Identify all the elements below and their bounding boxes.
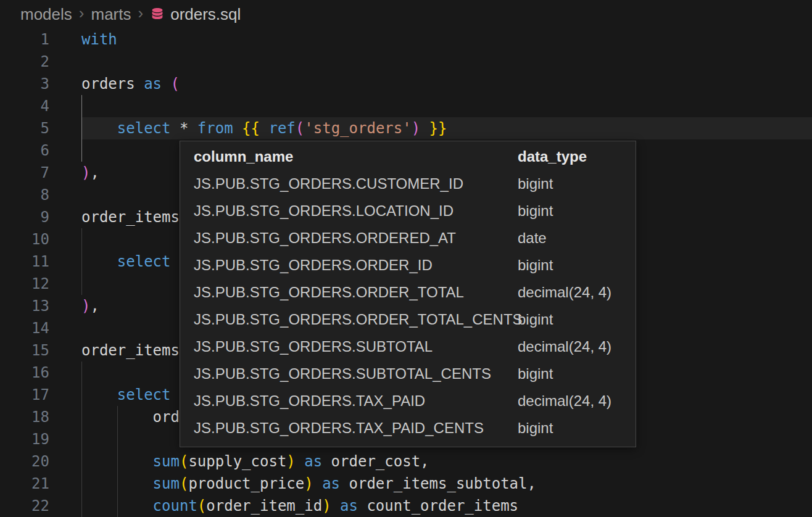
code-token: ): [286, 453, 295, 470]
column-name-cell: JS.PUB.STG_ORDERS.ORDER_TOTAL: [194, 279, 518, 306]
column-metadata-table: column_name data_type JS.PUB.STG_ORDERS.…: [194, 143, 622, 442]
code-token: select: [117, 253, 171, 270]
indent-guide-line: [81, 428, 82, 450]
line-number: 10: [0, 228, 49, 250]
line-number: 9: [0, 206, 49, 228]
line-number: 1: [0, 28, 49, 51]
indent-guide-line: [81, 228, 82, 250]
code-token: *: [180, 120, 188, 137]
code-line: 4: [0, 95, 812, 117]
code-token: (: [180, 453, 188, 470]
code-content[interactable]: [81, 95, 812, 117]
code-token: ,: [90, 297, 99, 315]
code-token: {{: [242, 120, 260, 137]
table-row: JS.PUB.STG_ORDERS.ORDER_TOTALdecimal(24,…: [194, 279, 622, 306]
code-line: 20 sum(supply_cost) as order_cost,: [0, 450, 812, 473]
code-token: 'stg_orders': [304, 120, 411, 137]
data-type-cell: date: [518, 225, 622, 252]
code-line: 21 sum(product_price) as order_items_sub…: [0, 473, 812, 495]
code-content[interactable]: orders as (: [81, 73, 812, 95]
code-token: (: [296, 120, 304, 137]
code-token: ): [81, 297, 90, 315]
breadcrumb-item-file[interactable]: orders.sql: [150, 5, 241, 24]
line-number: 22: [0, 495, 49, 517]
code-token: (: [171, 75, 180, 93]
column-name-cell: JS.PUB.STG_ORDERS.TAX_PAID_CENTS: [194, 415, 518, 442]
indent-guide-line: [81, 139, 82, 162]
hover-popup: column_name data_type JS.PUB.STG_ORDERS.…: [180, 141, 636, 447]
code-token: [81, 386, 117, 403]
indent-guide-line: [81, 406, 82, 428]
table-row: JS.PUB.STG_ORDERS.ORDER_TOTAL_CENTSbigin…: [194, 306, 622, 333]
code-token: ): [81, 164, 90, 181]
indent-guide-line: [81, 384, 82, 406]
code-content[interactable]: count(order_item_id) as count_order_item…: [81, 495, 812, 517]
code-token: ): [412, 120, 420, 137]
code-token: [331, 497, 340, 515]
data-type-cell: decimal(24, 4): [518, 333, 622, 360]
indent-guide-line: [81, 273, 82, 295]
code-token: orders: [81, 75, 144, 93]
line-number: 8: [0, 184, 49, 206]
code-token: ): [322, 497, 331, 515]
code-token: with: [81, 31, 117, 48]
line-number: 21: [0, 473, 49, 495]
data-type-cell: bigint: [518, 197, 622, 225]
column-name-cell: JS.PUB.STG_ORDERS.ORDER_ID: [194, 252, 518, 279]
indent-guide-line: [117, 473, 118, 495]
line-number: 5: [0, 117, 49, 139]
code-line: 22 count(order_item_id) as count_order_i…: [0, 495, 812, 517]
code-token: [162, 75, 170, 93]
code-token: }}: [429, 120, 447, 137]
code-content[interactable]: sum(supply_cost) as order_cost,: [81, 450, 812, 473]
breadcrumb-item-models[interactable]: models: [20, 5, 72, 24]
breadcrumb: models › marts › orders.sql: [0, 0, 812, 28]
table-row: JS.PUB.STG_ORDERS.CUSTOMER_IDbigint: [194, 170, 622, 197]
database-icon: [150, 7, 165, 22]
code-line: 2: [0, 51, 812, 73]
data-type-cell: bigint: [518, 415, 622, 442]
table-header-row: column_name data_type: [194, 143, 622, 170]
table-row: JS.PUB.STG_ORDERS.ORDER_IDbigint: [194, 252, 622, 279]
column-name-cell: JS.PUB.STG_ORDERS.SUBTOTAL: [194, 333, 518, 360]
code-token: [188, 120, 197, 137]
code-content[interactable]: select * from {{ ref('stg_orders') }}: [81, 117, 812, 139]
code-content[interactable]: with: [81, 28, 812, 51]
code-token: sum: [153, 453, 180, 470]
code-token: ): [304, 475, 313, 492]
indent-guide-line: [81, 362, 82, 384]
indent-guide-line: [117, 428, 118, 450]
code-token: select: [117, 386, 171, 403]
code-content[interactable]: sum(product_price) as order_items_subtot…: [81, 473, 812, 495]
code-token: from: [197, 120, 233, 137]
indent-guide-line: [117, 495, 118, 517]
code-token: [420, 120, 429, 137]
code-token: [296, 453, 304, 470]
indent-guide-line: [81, 250, 82, 273]
code-token: select: [117, 120, 171, 137]
code-token: as: [304, 453, 322, 470]
line-number: 12: [0, 273, 49, 295]
line-number: 6: [0, 139, 49, 162]
code-token: (: [180, 475, 188, 492]
column-name-cell: JS.PUB.STG_ORDERS.TAX_PAID: [194, 387, 518, 415]
column-name-cell: JS.PUB.STG_ORDERS.LOCATION_ID: [194, 197, 518, 225]
code-line: 1with: [0, 28, 812, 51]
column-name-cell: JS.PUB.STG_ORDERS.SUBTOTAL_CENTS: [194, 360, 518, 387]
code-token: [81, 253, 117, 270]
line-number: 2: [0, 51, 49, 73]
code-token: order_items: [81, 342, 180, 359]
indent-guide-line: [81, 450, 82, 473]
line-number: 11: [0, 250, 49, 273]
code-token: supply_cost: [188, 453, 286, 470]
table-row: JS.PUB.STG_ORDERS.TAX_PAIDdecimal(24, 4): [194, 387, 622, 415]
popup-table-body: JS.PUB.STG_ORDERS.CUSTOMER_IDbigintJS.PU…: [194, 170, 622, 442]
breadcrumb-item-label: orders.sql: [170, 5, 241, 24]
code-token: ref: [268, 120, 295, 137]
code-content[interactable]: [81, 51, 812, 73]
code-token: as: [144, 75, 162, 93]
data-type-header: data_type: [518, 143, 622, 170]
line-number: 13: [0, 295, 49, 317]
line-number: 16: [0, 362, 49, 384]
breadcrumb-item-marts[interactable]: marts: [91, 5, 131, 24]
